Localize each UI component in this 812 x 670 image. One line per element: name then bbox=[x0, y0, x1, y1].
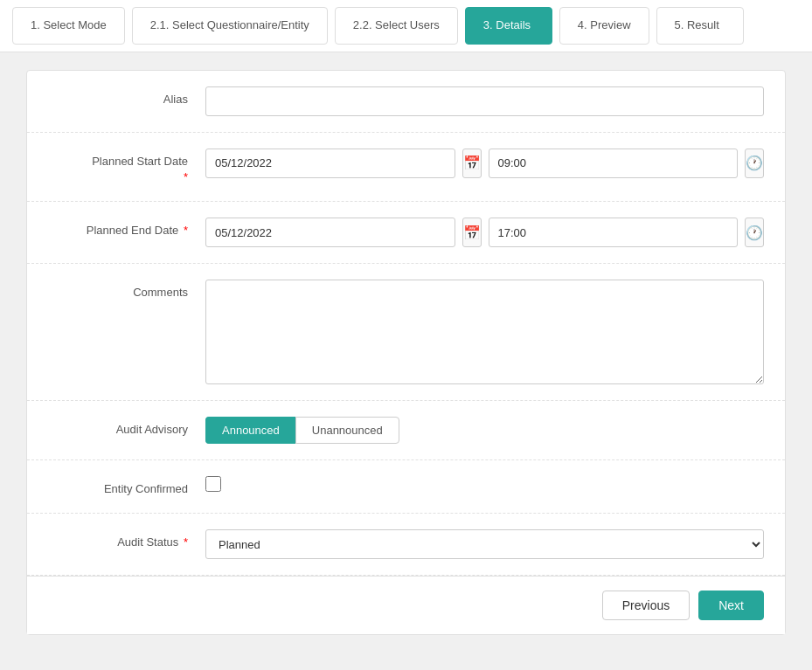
planned-start-date-control: 📅 🕐 bbox=[205, 149, 764, 178]
comments-label: Comments bbox=[48, 280, 205, 300]
planned-start-time-clock-icon[interactable]: 🕐 bbox=[745, 149, 764, 178]
wizard-step-3[interactable]: 2.2. Select Users bbox=[335, 7, 458, 45]
form-card: Alias Planned Start Date * 📅 🕐 bbox=[26, 70, 786, 636]
planned-end-time-input[interactable] bbox=[489, 218, 739, 247]
alias-input[interactable] bbox=[205, 86, 764, 116]
announced-button[interactable]: Announced bbox=[205, 417, 295, 444]
entity-confirmed-control bbox=[205, 476, 764, 492]
wizard-steps: 1. Select Mode 2.1. Select Questionnaire… bbox=[0, 0, 812, 52]
alias-control bbox=[205, 86, 764, 116]
wizard-step-4[interactable]: 3. Details bbox=[465, 7, 552, 45]
comments-row: Comments bbox=[27, 264, 785, 401]
comments-control bbox=[205, 280, 764, 384]
audit-advisory-toggle-group: Announced Unannounced bbox=[205, 417, 399, 444]
audit-status-row: Audit Status * Planned In Progress Compl… bbox=[27, 514, 785, 576]
planned-start-date-label: Planned Start Date * bbox=[48, 149, 205, 185]
audit-status-label: Audit Status * bbox=[48, 529, 205, 550]
planned-end-date-row: Planned End Date * 📅 🕐 bbox=[27, 202, 785, 264]
previous-button[interactable]: Previous bbox=[602, 591, 690, 620]
planned-end-date-calendar-icon[interactable]: 📅 bbox=[462, 218, 482, 247]
planned-end-date-label: Planned End Date * bbox=[48, 218, 205, 238]
audit-status-select[interactable]: Planned In Progress Completed Cancelled bbox=[205, 529, 764, 559]
wizard-step-2[interactable]: 2.1. Select Questionnaire/Entity bbox=[132, 7, 328, 45]
planned-start-date-input[interactable] bbox=[205, 149, 455, 178]
wizard-step-1[interactable]: 1. Select Mode bbox=[12, 7, 125, 45]
planned-end-date-input[interactable] bbox=[205, 218, 455, 247]
audit-advisory-label: Audit Advisory bbox=[48, 417, 205, 438]
main-content: Alias Planned Start Date * 📅 🕐 bbox=[0, 52, 812, 670]
entity-confirmed-label: Entity Confirmed bbox=[48, 476, 205, 497]
entity-confirmed-checkbox[interactable] bbox=[205, 476, 221, 492]
planned-end-time-clock-icon[interactable]: 🕐 bbox=[745, 218, 764, 247]
wizard-step-5[interactable]: 4. Preview bbox=[559, 7, 649, 45]
unannounced-button[interactable]: Unannounced bbox=[295, 417, 399, 444]
planned-start-date-row: Planned Start Date * 📅 🕐 bbox=[27, 133, 785, 202]
comments-textarea[interactable] bbox=[205, 280, 764, 384]
entity-confirmed-row: Entity Confirmed bbox=[27, 460, 785, 514]
audit-advisory-row: Audit Advisory Announced Unannounced bbox=[27, 401, 785, 460]
alias-row: Alias bbox=[27, 71, 785, 133]
audit-status-control: Planned In Progress Completed Cancelled bbox=[205, 529, 764, 559]
planned-start-date-calendar-icon[interactable]: 📅 bbox=[462, 149, 482, 178]
audit-advisory-control: Announced Unannounced bbox=[205, 417, 764, 444]
alias-label: Alias bbox=[48, 86, 205, 107]
next-button[interactable]: Next bbox=[698, 591, 764, 620]
bottom-navigation: Previous Next bbox=[27, 576, 785, 634]
planned-end-date-control: 📅 🕐 bbox=[205, 218, 764, 247]
planned-start-time-input[interactable] bbox=[489, 149, 739, 178]
wizard-step-6[interactable]: 5. Result bbox=[656, 7, 744, 45]
